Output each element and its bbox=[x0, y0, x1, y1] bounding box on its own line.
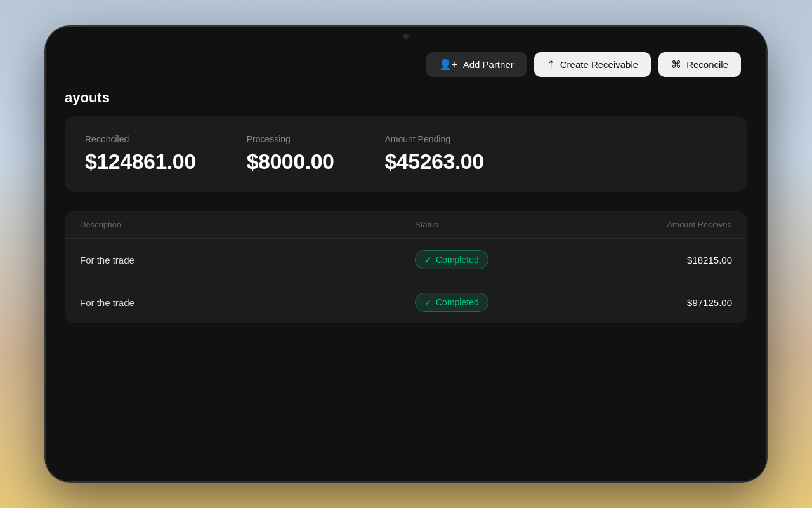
row-1-description: For the trade bbox=[80, 255, 415, 265]
content-area: ayouts Reconciled $124861.00 Processing … bbox=[46, 83, 766, 323]
row-2-description: For the trade bbox=[80, 297, 415, 308]
row-2-status-cell: ✓ Completed bbox=[415, 293, 605, 312]
amount-pending-value: $45263.00 bbox=[384, 149, 483, 174]
reconcile-icon: ⌘ bbox=[671, 58, 681, 70]
row-1-amount: $18215.00 bbox=[605, 255, 732, 265]
table-header: Description Status Amount Received bbox=[65, 211, 747, 239]
processing-value: $8000.00 bbox=[247, 149, 334, 174]
device-frame: 👤+ Add Partner ⇡ Create Receivable ⌘ Rec… bbox=[44, 25, 768, 483]
device-inner: 👤+ Add Partner ⇡ Create Receivable ⌘ Rec… bbox=[46, 27, 766, 481]
col-status: Status bbox=[415, 220, 605, 229]
transactions-table: Description Status Amount Received For t… bbox=[65, 211, 747, 323]
add-partner-label: Add Partner bbox=[463, 59, 514, 70]
row-1-status-badge: ✓ Completed bbox=[415, 250, 488, 269]
create-receivable-button[interactable]: ⇡ Create Receivable bbox=[534, 52, 651, 77]
row-2-status-badge: ✓ Completed bbox=[415, 293, 488, 312]
add-partner-icon: 👤+ bbox=[439, 58, 457, 70]
stat-processing: Processing $8000.00 bbox=[247, 134, 334, 174]
reconciled-value: $124861.00 bbox=[85, 149, 196, 174]
create-receivable-label: Create Receivable bbox=[560, 59, 638, 70]
amount-pending-label: Amount Pending bbox=[384, 134, 483, 144]
row-1-status-cell: ✓ Completed bbox=[415, 250, 605, 269]
reconcile-button[interactable]: ⌘ Reconcile bbox=[658, 52, 741, 77]
top-bar bbox=[46, 27, 766, 46]
header-area: 👤+ Add Partner ⇡ Create Receivable ⌘ Rec… bbox=[46, 46, 766, 83]
stats-card: Reconciled $124861.00 Processing $8000.0… bbox=[65, 116, 747, 192]
check-circle-icon-2: ✓ bbox=[424, 297, 432, 307]
reconcile-label: Reconcile bbox=[686, 59, 728, 70]
reconciled-label: Reconciled bbox=[85, 134, 196, 144]
stat-amount-pending: Amount Pending $45263.00 bbox=[384, 134, 483, 174]
table-row: For the trade ✓ Completed $18215.00 bbox=[65, 239, 747, 281]
row-1-status-text: Completed bbox=[436, 255, 479, 265]
col-amount-received: Amount Received bbox=[605, 220, 732, 229]
create-receivable-icon: ⇡ bbox=[547, 58, 555, 70]
check-circle-icon: ✓ bbox=[424, 255, 432, 265]
section-title: ayouts bbox=[65, 83, 747, 116]
table-row: For the trade ✓ Completed $97125.00 bbox=[65, 281, 747, 323]
row-2-status-text: Completed bbox=[436, 297, 479, 307]
row-2-amount: $97125.00 bbox=[605, 297, 732, 308]
add-partner-button[interactable]: 👤+ Add Partner bbox=[426, 52, 526, 77]
camera-dot bbox=[403, 34, 409, 39]
stat-reconciled: Reconciled $124861.00 bbox=[85, 134, 196, 174]
processing-label: Processing bbox=[247, 134, 334, 144]
col-description: Description bbox=[80, 220, 415, 229]
